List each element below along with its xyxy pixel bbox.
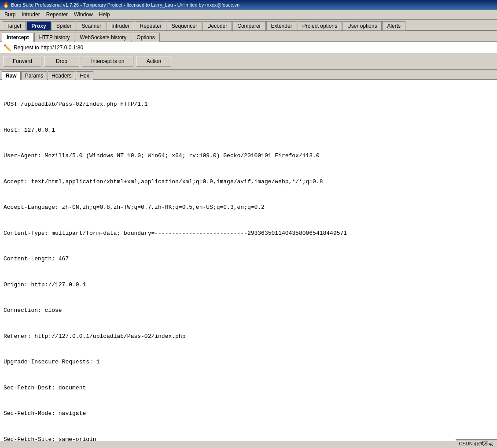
menu-help[interactable]: Help	[96, 11, 113, 19]
content-tab-params[interactable]: Params	[21, 71, 47, 80]
menu-intruder[interactable]: Intruder	[19, 11, 42, 19]
menu-burp[interactable]: Burp	[2, 11, 18, 19]
tab-sequencer[interactable]: Sequencer	[167, 21, 202, 30]
request-line-7: Origin: http://127.0.0.1	[4, 281, 493, 289]
status-bar: CSDN @拭不动	[456, 439, 497, 448]
tab-target[interactable]: Target	[2, 21, 26, 30]
menu-window[interactable]: Window	[71, 11, 96, 19]
title-bar: 🔥 Burp Suite Professional v1.7.26 - Temp…	[0, 0, 497, 10]
intercept-toggle-button[interactable]: Intercept is on	[82, 56, 133, 67]
request-info: ✏️ Request to http://127.0.0.1:80	[0, 42, 497, 53]
proxy-tab-websockets-history[interactable]: WebSockets history	[75, 33, 131, 42]
tab-alerts[interactable]: Alerts	[382, 21, 405, 30]
request-line-11: Sec-Fetch-Dest: document	[4, 384, 493, 392]
tab-proxy[interactable]: Proxy	[26, 21, 51, 30]
request-content: POST /uploadlab/Pass-02/index.php HTTP/1…	[0, 80, 497, 441]
main-tabs: Target Proxy Spider Scanner Intruder Rep…	[0, 20, 497, 31]
pencil-icon: ✏️	[4, 44, 11, 51]
request-line-12: Sec-Fetch-Mode: navigate	[4, 409, 493, 418]
tab-comparer[interactable]: Comparer	[232, 21, 265, 30]
content-tab-raw[interactable]: Raw	[2, 71, 21, 80]
request-line-6: Content-Length: 467	[4, 255, 493, 263]
content-tab-headers[interactable]: Headers	[48, 71, 75, 80]
tab-intruder[interactable]: Intruder	[107, 21, 134, 30]
tab-project-options[interactable]: Project options	[298, 21, 342, 30]
title-text: Burp Suite Professional v1.7.26 - Tempor…	[11, 2, 239, 7]
proxy-tab-intercept[interactable]: Intercept	[2, 33, 34, 42]
request-line-1: Host: 127.0.0.1	[4, 126, 493, 135]
request-info-text: Request to http://127.0.0.1:80	[14, 44, 83, 51]
request-line-8: Connection: close	[4, 306, 493, 315]
menu-repeater[interactable]: Repeater	[44, 11, 70, 19]
status-text: CSDN @拭不动	[459, 441, 493, 446]
content-tabs: Raw Params Headers Hex	[0, 70, 497, 80]
proxy-tab-options[interactable]: Options	[132, 33, 159, 42]
request-line-3: Accept: text/html,application/xhtml+xml,…	[4, 178, 493, 186]
action-buttons-bar: Forward Drop Intercept is on Action	[0, 53, 497, 70]
action-button[interactable]: Action	[136, 56, 171, 67]
forward-button[interactable]: Forward	[4, 56, 41, 67]
request-line-13: Sec-Fetch-Site: same-origin	[4, 435, 493, 441]
tab-scanner[interactable]: Scanner	[77, 21, 106, 30]
request-line-0: POST /uploadlab/Pass-02/index.php HTTP/1…	[4, 100, 493, 109]
menu-bar: Burp Intruder Repeater Window Help	[0, 10, 497, 20]
request-line-4: Accept-Language: zh-CN,zh;q=0.8,zh-TW;q=…	[4, 203, 493, 212]
tab-user-options[interactable]: User options	[342, 21, 382, 30]
request-line-9: Referer: http://127.0.0.1/uploadlab/Pass…	[4, 332, 493, 341]
request-line-2: User-Agent: Mozilla/5.0 (Windows NT 10.0…	[4, 152, 493, 160]
title-icon: 🔥	[3, 2, 9, 8]
content-tab-hex[interactable]: Hex	[76, 71, 93, 80]
tab-spider[interactable]: Spider	[52, 21, 77, 30]
request-line-10: Upgrade-Insecure-Requests: 1	[4, 358, 493, 367]
proxy-tab-http-history[interactable]: HTTP history	[34, 33, 75, 42]
tab-extender[interactable]: Extender	[266, 21, 297, 30]
proxy-tabs: Intercept HTTP history WebSockets histor…	[0, 31, 497, 42]
drop-button[interactable]: Drop	[44, 56, 79, 67]
request-line-5: Content-Type: multipart/form-data; bound…	[4, 229, 493, 238]
tab-repeater[interactable]: Repeater	[135, 21, 166, 30]
tab-decoder[interactable]: Decoder	[202, 21, 232, 30]
